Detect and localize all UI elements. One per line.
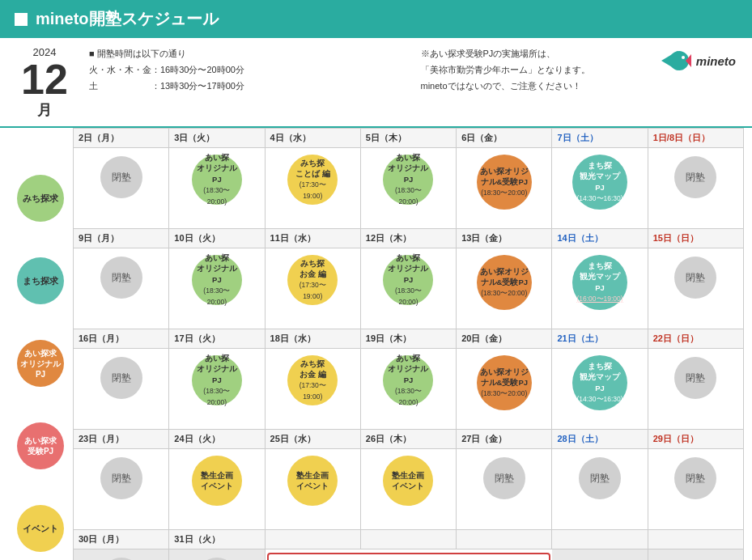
cell-w3-sun: 閉塾 [648, 349, 744, 430]
col-header-w3-fri: 20日（金） [457, 329, 552, 349]
col-header-sat: 7日（土） [552, 129, 648, 148]
calendar-header-row: 2日（月） 3日（火） 4日（水） 5日（木） 6日（金） 7日（土） 1日/8… [73, 128, 744, 148]
closed-label: 閉塾 [674, 156, 716, 198]
hours-info: ■ 開塾時間は以下の通り 火・水・木・金：16時30分〜20時00分 土 ：13… [89, 46, 405, 94]
cell-w5-tue: 閉塾 [169, 549, 265, 560]
week-row-5: 閉塾 閉塾 ■注意事項 25日/26日の開塾時間は 13時30分〜17時00分 [73, 549, 744, 560]
col-header-tue: 3日（火） [169, 129, 265, 148]
event-bubble: あい探オリジナルPJ(18:30〜20:00) [383, 255, 433, 305]
cell-w4-wed: 塾生企画イベント [266, 449, 361, 530]
cell-w3-fri: あい探オリジナル&受験PJ(18:30〜20:00) [457, 349, 552, 430]
col-header-w2-mon: 9日（月） [74, 229, 169, 248]
col-header-w3-mon: 16日（月） [74, 329, 169, 349]
col-header-w4-sun: 29日（日） [648, 430, 744, 449]
col-header-w2-tue: 10日（火） [169, 229, 265, 248]
hours-label: ■ 開塾時間は以下の通り [89, 46, 405, 62]
legend-sidebar: みち探求 まち探求 あい探求オリジナルPJ あい探求受験PJ イベント 自習 [8, 128, 73, 560]
col-header-wed: 4日（水） [266, 129, 361, 148]
cell-w3-sat: まち探観光マップPJ(14:30〜16:30) [552, 349, 648, 430]
header-square-icon [15, 13, 28, 26]
cell-w5-mon: 閉塾 [74, 549, 169, 560]
calendar-header-row-2: 9日（月） 10日（火） 11日（水） 12日（木） 13日（金） 14日（土）… [73, 229, 744, 248]
cell-w1-wed: みち探ことば 編(17:30〜19:00) [266, 148, 361, 229]
event-bubble: みち探お金 編(17:30〜19:00) [287, 355, 338, 405]
col-header-w2-sat: 14日（土） [552, 229, 648, 248]
cell-w2-fri: あい探オリジナル&受験PJ(18:30〜20:00) [457, 248, 552, 329]
month-kanji: 月 [37, 100, 52, 120]
calendar-area: みち探求 まち探求 あい探求オリジナルPJ あい探求受験PJ イベント 自習 2… [0, 128, 752, 560]
cell-w5-e4 [552, 549, 648, 560]
month-number: 12 [21, 58, 68, 100]
event-bubble: あい探オリジナルPJ(18:30〜20:00) [383, 155, 433, 205]
cell-w1-thu: あい探オリジナルPJ(18:30〜20:00) [361, 148, 457, 229]
legend-event: イベント [8, 487, 73, 560]
calendar-grid: 2日（月） 3日（火） 4日（水） 5日（木） 6日（金） 7日（土） 1日/8… [73, 128, 744, 560]
col-header-w5-empty4 [552, 530, 648, 549]
event-bubble: あい探オリジナルPJ(18:30〜20:00) [192, 255, 242, 305]
event-bubble: あい探オリジナルPJ(18:30〜20:00) [192, 155, 242, 205]
event-bubble: 塾生企画イベント [192, 456, 242, 506]
calendar-header-row-5: 30日（月） 31日（火） [73, 530, 744, 549]
legend-circle-ai-orig: あい探求オリジナルPJ [17, 340, 64, 387]
cell-w3-tue: あい探オリジナルPJ(18:30〜20:00) [169, 349, 265, 430]
col-header-w5-mon: 30日（月） [74, 530, 169, 549]
col-header-w2-fri: 13日（金） [457, 229, 552, 248]
cell-w1-sun: 閉塾 [648, 148, 744, 229]
cell-w4-fri: 閉塾 [457, 449, 552, 530]
week-row-3: 閉塾 あい探オリジナルPJ(18:30〜20:00) みち探お金 編(17:30… [73, 349, 744, 430]
cell-w3-thu: あい探オリジナルPJ(18:30〜20:00) [361, 349, 457, 430]
col-header-w3-tue: 17日（火） [169, 329, 265, 349]
info-section: 2024 12 月 ■ 開塾時間は以下の通り 火・水・木・金：16時30分〜20… [0, 38, 752, 128]
legend-circle-michi: みち探求 [17, 175, 64, 222]
event-bubble: あい探オリジナルPJ(18:30〜20:00) [383, 355, 433, 405]
closed-label: 閉塾 [100, 357, 142, 399]
cell-w1-fri: あい探オリジナル&受験PJ(18:30〜20:00) [457, 148, 552, 229]
event-bubble: まち探観光マップPJ(14:30〜16:30) [572, 155, 627, 210]
cell-w4-sat: 閉塾 [552, 449, 648, 530]
week-row-1: 閉塾 あい探オリジナルPJ(18:30〜20:00) みち探ことば 編(17:3… [73, 148, 744, 229]
calendar-header-row-4: 23日（月） 24日（火） 25日（水） 26日（木） 27日（金） 28日（土… [73, 430, 744, 449]
col-header-w5-empty3 [457, 530, 552, 549]
cell-w2-mon: 閉塾 [74, 248, 169, 329]
legend-circle-ai-exam: あい探求受験PJ [17, 422, 64, 469]
cell-w2-thu: あい探オリジナルPJ(18:30〜20:00) [361, 248, 457, 329]
hours-weekday: 火・水・木・金：16時30分〜20時00分 [89, 62, 405, 78]
venue-note-2: minetoではないので、ご注意ください！ [421, 78, 737, 95]
cell-w4-mon: 閉塾 [74, 449, 169, 530]
closed-label: 閉塾 [579, 457, 621, 499]
legend-machi: まち探求 [8, 240, 73, 322]
col-header-sun: 1日/8日（日） [648, 129, 744, 148]
cell-w5-e5 [648, 549, 744, 560]
col-header-mon: 2日（月） [74, 129, 169, 148]
col-header-w4-thu: 26日（木） [361, 430, 457, 449]
col-header-w2-thu: 12日（木） [361, 229, 457, 248]
legend-ai-orig: あい探求オリジナルPJ [8, 322, 73, 405]
legend-michi: みち探求 [8, 157, 73, 240]
cell-w4-tue: 塾生企画イベント [169, 449, 265, 530]
col-header-thu: 5日（木） [361, 129, 457, 148]
cell-w4-sun: 閉塾 [648, 449, 744, 530]
event-bubble: みち探お金 編(17:30〜19:00) [287, 255, 338, 305]
legend-circle-machi: まち探求 [17, 257, 64, 304]
col-header-w5-tue: 31日（火） [169, 530, 265, 549]
closed-label: 閉塾 [674, 257, 716, 299]
cell-w5-note: ■注意事項 25日/26日の開塾時間は 13時30分〜17時00分 [266, 549, 553, 560]
col-header-fri: 6日（金） [457, 129, 552, 148]
col-header-w4-tue: 24日（火） [169, 430, 265, 449]
cell-w2-sat: まち探観光マップPJ(16:00〜19:00) [552, 248, 648, 329]
logo-area: mineto [655, 48, 736, 74]
cell-w1-mon: 閉塾 [74, 148, 169, 229]
cell-w3-wed: みち探お金 編(17:30〜19:00) [266, 349, 361, 430]
col-header-w3-wed: 18日（水） [266, 329, 361, 349]
closed-label: 閉塾 [674, 457, 716, 499]
event-bubble: みち探ことば 編(17:30〜19:00) [287, 155, 338, 205]
legend-ai-exam: あい探求受験PJ [8, 405, 73, 487]
col-header-w4-sat: 28日（土） [552, 430, 648, 449]
event-bubble: あい探オリジナルPJ(18:30〜20:00) [192, 355, 242, 405]
svg-point-2 [682, 56, 685, 59]
col-header-w4-wed: 25日（水） [266, 430, 361, 449]
col-header-w4-fri: 27日（金） [457, 430, 552, 449]
calendar-header-row-3: 16日（月） 17日（火） 18日（水） 19日（木） 20日（金） 21日（土… [73, 329, 744, 349]
cell-w2-tue: あい探オリジナルPJ(18:30〜20:00) [169, 248, 265, 329]
event-bubble: あい探オリジナル&受験PJ(18:30〜20:00) [477, 355, 532, 410]
